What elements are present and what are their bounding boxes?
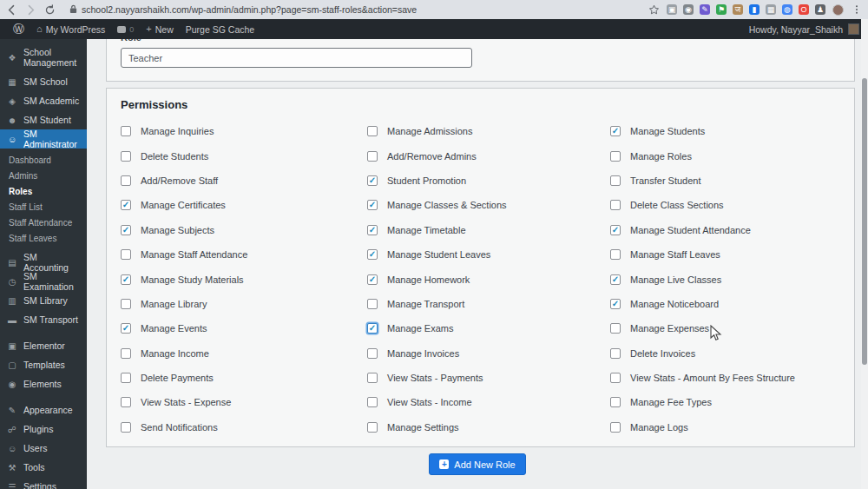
permission-label[interactable]: Manage Transport bbox=[387, 299, 464, 309]
scrollbar-thumb[interactable] bbox=[862, 78, 867, 365]
permission-label[interactable]: Manage Live Classes bbox=[630, 274, 721, 285]
sidebar-item-sm-transport[interactable]: ▬SM Transport bbox=[0, 310, 87, 329]
permission-checkbox[interactable] bbox=[367, 397, 378, 407]
browser-profile-avatar[interactable] bbox=[832, 4, 844, 16]
permission-checkbox[interactable] bbox=[610, 274, 621, 285]
permission-checkbox[interactable] bbox=[610, 225, 621, 235]
wp-logo-menu[interactable]: Ⓦ bbox=[7, 19, 30, 39]
permission-checkbox[interactable] bbox=[367, 373, 378, 383]
comments-menu[interactable]: 0 bbox=[111, 19, 140, 39]
permission-label[interactable]: Manage Fee Types bbox=[630, 397, 712, 407]
sidebar-item-sm-accounting[interactable]: ▤SM Accounting bbox=[0, 253, 87, 272]
permission-checkbox[interactable] bbox=[121, 299, 131, 309]
permission-label[interactable]: View Stats - Payments bbox=[387, 373, 483, 383]
blue-extension-icon[interactable]: ▮ bbox=[749, 4, 760, 15]
add-new-role-button[interactable]: + Add New Role bbox=[429, 453, 525, 475]
sidebar-item-sm-school[interactable]: ▦SM School bbox=[0, 72, 87, 91]
permission-label[interactable]: Manage Inquiries bbox=[141, 126, 214, 136]
refresh-icon[interactable] bbox=[43, 3, 56, 16]
permission-checkbox[interactable] bbox=[610, 151, 621, 162]
submenu-item-staff-leaves[interactable]: Staff Leaves bbox=[0, 230, 87, 246]
submenu-item-staff-attendance[interactable]: Staff Attendance bbox=[0, 215, 87, 230]
permission-label[interactable]: Manage Timetable bbox=[387, 225, 466, 235]
sidebar-item-school-management[interactable]: ❖School Management bbox=[0, 43, 87, 72]
submenu-item-dashboard[interactable]: Dashboard bbox=[0, 152, 87, 168]
sidebar-item-settings[interactable]: ☰Settings bbox=[0, 477, 87, 489]
page-scrollbar[interactable] bbox=[861, 19, 868, 489]
permission-label[interactable]: Manage Library bbox=[141, 299, 207, 309]
permission-checkbox[interactable] bbox=[367, 126, 378, 136]
site-name-menu[interactable]: ⌂ My WordPress bbox=[30, 19, 111, 39]
permission-checkbox[interactable] bbox=[121, 200, 131, 210]
permission-label[interactable]: View Stats - Income bbox=[387, 397, 472, 407]
permission-checkbox[interactable] bbox=[367, 323, 378, 334]
permission-label[interactable]: Transfer Student bbox=[630, 175, 701, 186]
opera-extension-icon[interactable]: O bbox=[799, 4, 809, 15]
dark-extension-icon[interactable]: ♟ bbox=[815, 4, 825, 15]
permission-checkbox[interactable] bbox=[610, 323, 621, 334]
permission-checkbox[interactable] bbox=[610, 126, 621, 136]
permission-checkbox[interactable] bbox=[610, 249, 621, 260]
permission-checkbox[interactable] bbox=[121, 225, 131, 235]
submenu-item-admins[interactable]: Admins bbox=[0, 168, 87, 183]
permission-label[interactable]: Manage Noticeboard bbox=[630, 299, 719, 309]
bookmark-star-icon[interactable] bbox=[648, 3, 660, 16]
howdy-label[interactable]: Howdy, Nayyar_Shaikh bbox=[749, 24, 843, 35]
permission-checkbox[interactable] bbox=[121, 422, 131, 433]
permission-checkbox[interactable] bbox=[367, 274, 378, 285]
permission-label[interactable]: Manage Income bbox=[141, 348, 209, 359]
sidebar-item-appearance[interactable]: ✎Appearance bbox=[0, 400, 87, 420]
role-input[interactable] bbox=[121, 48, 472, 68]
submenu-item-staff-list[interactable]: Staff List bbox=[0, 199, 87, 215]
permission-checkbox[interactable] bbox=[121, 175, 131, 186]
permission-checkbox[interactable] bbox=[610, 422, 621, 433]
sidebar-item-tools[interactable]: ⚒Tools bbox=[0, 458, 87, 477]
permission-checkbox[interactable] bbox=[367, 200, 378, 210]
sidebar-item-elements[interactable]: ◉Elements bbox=[0, 374, 87, 393]
sidebar-item-plugins[interactable]: ☍Plugins bbox=[0, 420, 87, 439]
permission-label[interactable]: Manage Certificates bbox=[141, 200, 226, 210]
permission-checkbox[interactable] bbox=[367, 249, 378, 260]
address-bar[interactable]: school2.nayyarshaikh.com/wp-admin/admin.… bbox=[62, 3, 641, 17]
permission-label[interactable]: Manage Staff Leaves bbox=[630, 249, 720, 260]
submenu-item-roles[interactable]: Roles bbox=[0, 183, 87, 199]
sidebar-item-users[interactable]: ☺Users bbox=[0, 439, 87, 458]
permission-label[interactable]: Manage Exams bbox=[387, 323, 453, 334]
permission-label[interactable]: Manage Invoices bbox=[387, 348, 459, 359]
screenshot-extension-icon[interactable]: ▣ bbox=[667, 4, 677, 15]
translate-extension-icon[interactable]: ज bbox=[733, 4, 743, 15]
permission-checkbox[interactable] bbox=[610, 175, 621, 186]
permission-label[interactable]: Manage Subjects bbox=[141, 225, 214, 235]
colorpicker-extension-icon[interactable]: ✎ bbox=[700, 4, 710, 15]
permission-label[interactable]: Delete Class Sections bbox=[630, 200, 724, 210]
permission-label[interactable]: Manage Students bbox=[630, 126, 705, 136]
sidebar-item-sm-student[interactable]: ☻SM Student bbox=[0, 110, 87, 129]
permission-checkbox[interactable] bbox=[121, 126, 131, 136]
permission-label[interactable]: Delete Students bbox=[141, 151, 208, 162]
permission-label[interactable]: Manage Student Attendance bbox=[630, 225, 751, 235]
permission-label[interactable]: Manage Staff Attendance bbox=[141, 249, 247, 260]
permission-checkbox[interactable] bbox=[610, 373, 621, 383]
wheel-extension-icon[interactable]: ◉ bbox=[683, 4, 694, 15]
permission-label[interactable]: Manage Student Leaves bbox=[387, 249, 490, 260]
card-extension-icon[interactable]: ▦ bbox=[766, 4, 776, 15]
permission-checkbox[interactable] bbox=[367, 348, 378, 359]
permission-checkbox[interactable] bbox=[610, 348, 621, 359]
permission-checkbox[interactable] bbox=[121, 373, 131, 383]
sidebar-item-sm-administrator[interactable]: ☺SM Administrator bbox=[0, 129, 87, 149]
permission-label[interactable]: Student Promotion bbox=[387, 175, 466, 186]
sidebar-item-sm-library[interactable]: ▥SM Library bbox=[0, 291, 87, 310]
sidebar-item-elementor[interactable]: ▣Elementor bbox=[0, 336, 87, 355]
back-icon[interactable] bbox=[5, 3, 17, 16]
permission-label[interactable]: Send Notifications bbox=[141, 422, 218, 433]
permission-checkbox[interactable] bbox=[367, 151, 378, 162]
permission-checkbox[interactable] bbox=[121, 397, 131, 407]
permission-label[interactable]: Add/Remove Staff bbox=[141, 175, 218, 186]
permission-checkbox[interactable] bbox=[367, 175, 378, 186]
permission-checkbox[interactable] bbox=[121, 274, 131, 285]
permission-label[interactable]: Manage Logs bbox=[630, 422, 688, 433]
permission-label[interactable]: Manage Admissions bbox=[387, 126, 472, 136]
permission-label[interactable]: Manage Roles bbox=[630, 151, 692, 162]
permission-label[interactable]: Add/Remove Admins bbox=[387, 151, 477, 162]
permission-label[interactable]: Manage Expenses bbox=[630, 323, 709, 334]
